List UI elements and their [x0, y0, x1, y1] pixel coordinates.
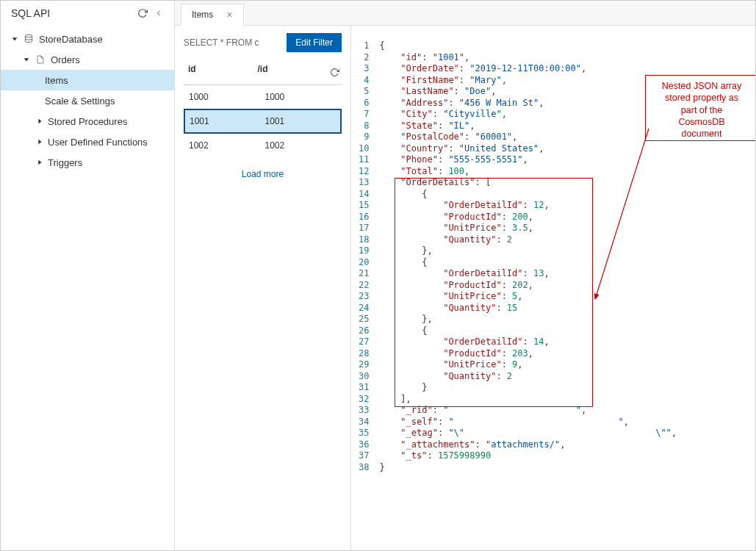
refresh-icon[interactable]: [134, 5, 151, 21]
chevron-right-icon: [36, 138, 45, 145]
items-list-pane: SELECT * FROM c Edit Filter id /id 1000 …: [175, 26, 351, 550]
tree-node-database[interactable]: StoreDatabase: [1, 29, 174, 49]
tree-label: Items: [45, 75, 68, 86]
collapse-icon[interactable]: [151, 5, 167, 21]
svg-marker-4: [38, 140, 41, 145]
table-row[interactable]: 1001 1001: [184, 109, 342, 134]
content-area: Items × SELECT * FROM c Edit Filter id /…: [175, 1, 755, 550]
refresh-icon[interactable]: [327, 64, 342, 80]
svg-marker-3: [38, 119, 41, 124]
table-row[interactable]: 1000 1000: [184, 85, 342, 109]
sidebar: SQL API StoreDatabase: [1, 1, 175, 550]
table-row[interactable]: 1002 1002: [184, 134, 342, 157]
load-more-link[interactable]: Load more: [184, 157, 342, 191]
json-editor[interactable]: 1234567891011121314151617181920212223242…: [351, 26, 755, 550]
close-icon[interactable]: ×: [226, 9, 232, 21]
tree-label: Stored Procedures: [48, 116, 127, 127]
svg-point-1: [25, 35, 32, 37]
tree-node-triggers[interactable]: Triggers: [1, 152, 174, 173]
chevron-down-icon: [11, 35, 20, 43]
resource-tree: StoreDatabase Orders Items Scale & Setti…: [1, 26, 174, 176]
annotation-label: Nested JSON arraystored properly aspart …: [645, 75, 755, 141]
edit-filter-button[interactable]: Edit Filter: [287, 33, 342, 52]
grid-header: id /id: [184, 60, 342, 85]
tree-node-items[interactable]: Items: [1, 70, 174, 90]
sidebar-title: SQL API: [11, 7, 134, 19]
svg-marker-0: [12, 37, 18, 40]
annotation-highlight: [395, 178, 593, 407]
chevron-right-icon: [36, 118, 45, 125]
tree-label: StoreDatabase: [39, 34, 103, 45]
svg-marker-5: [38, 160, 41, 165]
sidebar-header: SQL API: [1, 1, 174, 26]
tree-node-stored-procedures[interactable]: Stored Procedures: [1, 111, 174, 132]
chevron-down-icon: [23, 56, 32, 63]
query-text: SELECT * FROM c: [184, 37, 287, 48]
tree-label: Triggers: [48, 157, 82, 168]
tree-label: Orders: [51, 54, 80, 65]
tree-label: User Defined Functions: [48, 137, 148, 148]
database-icon: [23, 34, 35, 44]
tab-label: Items: [192, 10, 213, 20]
col-id: id: [188, 64, 258, 80]
document-icon: [35, 54, 46, 65]
tree-node-container[interactable]: Orders: [1, 49, 174, 70]
tree-node-udf[interactable]: User Defined Functions: [1, 132, 174, 152]
col-partition-id: /id: [258, 64, 328, 80]
tree-label: Scale & Settings: [45, 96, 115, 107]
tab-items[interactable]: Items ×: [181, 4, 244, 26]
svg-marker-2: [24, 58, 29, 61]
tree-node-scale-settings[interactable]: Scale & Settings: [1, 90, 174, 111]
chevron-right-icon: [36, 159, 45, 166]
line-gutter: 1234567891011121314151617181920212223242…: [359, 40, 379, 473]
tab-bar: Items ×: [175, 1, 755, 26]
